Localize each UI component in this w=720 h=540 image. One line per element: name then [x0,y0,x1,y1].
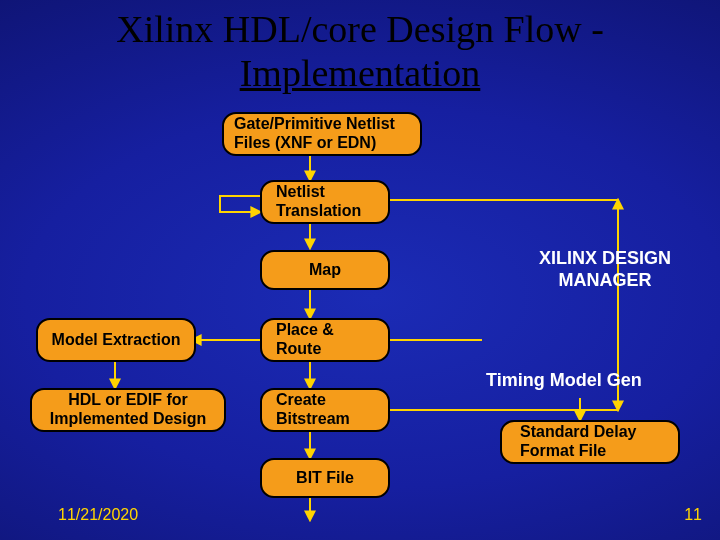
box-hdl-edif-label: HDL or EDIF forImplemented Design [50,391,206,429]
box-netlist-translation-label: NetlistTranslation [276,183,361,221]
box-map-label: Map [309,261,341,280]
footer-page-number: 11 [684,506,702,524]
box-bit-file: BIT File [260,458,390,498]
box-bit-file-label: BIT File [296,469,354,488]
box-map: Map [260,250,390,290]
box-sdf-label: Standard DelayFormat File [520,423,636,461]
box-create-bitstream: CreateBitstream [260,388,390,432]
label-xilinx-design-manager: XILINX DESIGNMANAGER [510,248,700,291]
box-hdl-edif: HDL or EDIF forImplemented Design [30,388,226,432]
box-gate-netlist: Gate/Primitive NetlistFiles (XNF or EDN) [222,112,422,156]
box-place-route-label: Place &Route [276,321,334,359]
label-timing-model-gen: Timing Model Gen [486,370,642,392]
box-create-bitstream-label: CreateBitstream [276,391,350,429]
footer-date: 11/21/2020 [58,506,138,524]
box-place-route: Place &Route [260,318,390,362]
box-gate-netlist-label: Gate/Primitive NetlistFiles (XNF or EDN) [234,115,395,153]
box-model-extraction-label: Model Extraction [52,331,181,350]
box-model-extraction: Model Extraction [36,318,196,362]
box-sdf: Standard DelayFormat File [500,420,680,464]
box-netlist-translation: NetlistTranslation [260,180,390,224]
